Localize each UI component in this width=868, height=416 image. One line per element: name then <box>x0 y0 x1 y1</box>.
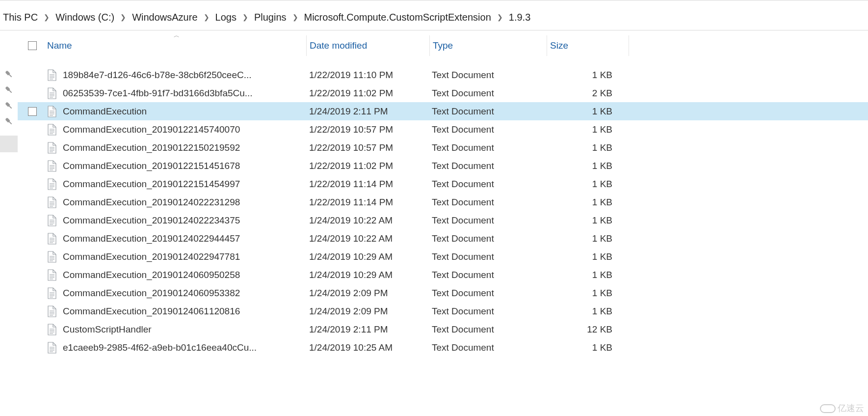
column-header-date[interactable]: Date modified <box>307 35 430 56</box>
text-document-icon <box>47 287 57 299</box>
file-row[interactable]: CommandExecution_201901240229477811/24/2… <box>18 248 868 266</box>
file-size: 1 KB <box>546 233 624 244</box>
file-name-cell[interactable]: CommandExecution_20190124022947781 <box>47 251 306 263</box>
breadcrumb-item[interactable]: WindowsAzure <box>130 11 199 24</box>
pin-icon[interactable] <box>4 116 14 126</box>
file-row[interactable]: CommandExecution_201901240609502581/24/2… <box>18 266 868 284</box>
file-row[interactable]: CommandExecution_201901221514516781/22/2… <box>18 157 868 175</box>
text-document-icon <box>47 69 57 81</box>
file-name-cell[interactable]: 06253539-7ce1-4fbb-91f7-bd3166d3bfa5Cu..… <box>47 87 306 99</box>
file-type: Text Document <box>429 179 546 190</box>
file-name: CommandExecution_20190124060950258 <box>63 270 301 280</box>
file-row[interactable]: e1caeeb9-2985-4f62-a9eb-b01c16eea40cCu..… <box>18 338 868 357</box>
file-name-cell[interactable]: CommandExecution_20190122145740070 <box>47 124 306 136</box>
file-row[interactable]: CommandExecution_201901221457400701/22/2… <box>18 120 868 139</box>
chevron-right-icon[interactable]: ❯ <box>116 14 130 21</box>
file-date-modified: 1/24/2019 10:22 AM <box>306 233 429 244</box>
column-header-type[interactable]: Type <box>430 35 547 56</box>
text-document-icon <box>47 124 57 136</box>
file-name-cell[interactable]: CommandExecution_20190124022231298 <box>47 196 306 208</box>
window-top-border <box>0 0 868 4</box>
file-row[interactable]: CustomScriptHandler1/24/2019 2:11 PMText… <box>18 320 868 338</box>
column-header-size[interactable]: Size <box>547 35 629 56</box>
text-document-icon <box>47 342 57 354</box>
text-document-icon <box>47 196 57 208</box>
row-checkbox-cell[interactable] <box>18 107 47 116</box>
file-date-modified: 1/24/2019 2:09 PM <box>306 288 429 299</box>
file-date-modified: 1/24/2019 2:09 PM <box>306 306 429 317</box>
file-row[interactable]: 06253539-7ce1-4fbb-91f7-bd3166d3bfa5Cu..… <box>18 84 868 102</box>
file-name: CommandExecution <box>63 106 301 117</box>
file-name-cell[interactable]: CommandExecution_20190124060953382 <box>47 287 306 299</box>
file-name: CommandExecution_20190124022947781 <box>63 251 301 262</box>
file-date-modified: 1/24/2019 10:29 AM <box>306 270 429 280</box>
breadcrumb-item[interactable]: Logs <box>213 11 238 24</box>
file-date-modified: 1/22/2019 11:10 PM <box>306 70 429 81</box>
file-row[interactable]: 189b84e7-d126-46c6-b78e-38cb6f250ceeC...… <box>18 66 868 84</box>
file-name-cell[interactable]: CommandExecution <box>47 106 306 117</box>
file-type: Text Document <box>429 70 546 81</box>
row-checkbox[interactable] <box>28 107 37 116</box>
file-type: Text Document <box>429 161 546 171</box>
breadcrumb-item[interactable]: Microsoft.Compute.CustomScriptExtension <box>302 11 493 24</box>
text-document-icon <box>47 87 57 99</box>
file-row[interactable]: CommandExecution1/24/2019 2:11 PMText Do… <box>18 102 868 120</box>
column-header-row: ︿ Name Date modified Type Size <box>18 35 868 56</box>
file-row[interactable]: CommandExecution_201901221502195921/22/2… <box>18 139 868 157</box>
file-name: CommandExecution_20190122151454997 <box>63 179 301 190</box>
column-header-checkbox[interactable] <box>18 41 47 50</box>
file-type: Text Document <box>429 324 546 335</box>
breadcrumb-item[interactable]: 1.9.3 <box>507 11 532 24</box>
file-date-modified: 1/22/2019 10:57 PM <box>306 142 429 153</box>
text-document-icon <box>47 233 57 245</box>
chevron-right-icon[interactable]: ❯ <box>289 14 302 21</box>
file-row[interactable]: CommandExecution_201901240222343751/24/2… <box>18 211 868 229</box>
text-document-icon <box>47 324 57 335</box>
file-type: Text Document <box>429 106 546 117</box>
file-type: Text Document <box>429 251 546 262</box>
file-size: 1 KB <box>546 215 624 226</box>
column-header-name[interactable]: ︿ Name <box>47 35 307 56</box>
pin-icon[interactable] <box>4 101 14 111</box>
file-row[interactable]: CommandExecution_201901240611208161/24/2… <box>18 302 868 320</box>
file-name-cell[interactable]: CustomScriptHandler <box>47 324 306 335</box>
breadcrumb-item[interactable]: Windows (C:) <box>53 11 116 24</box>
file-row[interactable]: CommandExecution_201901240229444571/24/2… <box>18 229 868 248</box>
file-name-cell[interactable]: e1caeeb9-2985-4f62-a9eb-b01c16eea40cCu..… <box>47 342 306 354</box>
workspace: ︿ Name Date modified Type Size 189b84e7-… <box>0 30 868 416</box>
file-name-cell[interactable]: CommandExecution_20190124061120816 <box>47 305 306 317</box>
quick-access-strip <box>0 30 18 416</box>
file-name-cell[interactable]: CommandExecution_20190122151451678 <box>47 160 306 172</box>
file-name-cell[interactable]: CommandExecution_20190124060950258 <box>47 269 306 281</box>
file-type: Text Document <box>429 342 546 353</box>
breadcrumb-item[interactable]: This PC <box>1 11 40 24</box>
file-name: CommandExecution_20190124061120816 <box>63 306 301 317</box>
chevron-right-icon[interactable]: ❯ <box>40 14 53 21</box>
select-all-checkbox[interactable] <box>28 41 37 50</box>
pin-icon[interactable] <box>4 85 14 95</box>
file-name-cell[interactable]: CommandExecution_20190124022944457 <box>47 233 306 245</box>
file-date-modified: 1/22/2019 11:14 PM <box>306 197 429 208</box>
chevron-right-icon[interactable]: ❯ <box>493 14 507 21</box>
file-name-cell[interactable]: CommandExecution_20190122151454997 <box>47 178 306 190</box>
file-name-cell[interactable]: CommandExecution_20190124022234375 <box>47 215 306 226</box>
quick-access-selected-slot[interactable] <box>0 136 18 152</box>
file-name-cell[interactable]: 189b84e7-d126-46c6-b78e-38cb6f250ceeC... <box>47 69 306 81</box>
file-size: 1 KB <box>546 306 624 317</box>
file-row[interactable]: CommandExecution_201901240609533821/24/2… <box>18 284 868 302</box>
chevron-right-icon[interactable]: ❯ <box>200 14 213 21</box>
file-name: CustomScriptHandler <box>63 324 301 335</box>
breadcrumb-item[interactable]: Plugins <box>252 11 289 24</box>
file-row[interactable]: CommandExecution_201901221514549971/22/2… <box>18 175 868 193</box>
file-row[interactable]: CommandExecution_201901240222312981/22/2… <box>18 193 868 211</box>
watermark: 亿速云 <box>819 402 864 414</box>
column-header-date-label: Date modified <box>310 40 367 51</box>
file-type: Text Document <box>429 215 546 226</box>
file-type: Text Document <box>429 270 546 280</box>
pin-icon[interactable] <box>4 69 14 79</box>
file-type: Text Document <box>429 306 546 317</box>
file-name-cell[interactable]: CommandExecution_20190122150219592 <box>47 142 306 154</box>
file-type: Text Document <box>429 197 546 208</box>
file-size: 1 KB <box>546 179 624 190</box>
chevron-right-icon[interactable]: ❯ <box>238 14 252 21</box>
